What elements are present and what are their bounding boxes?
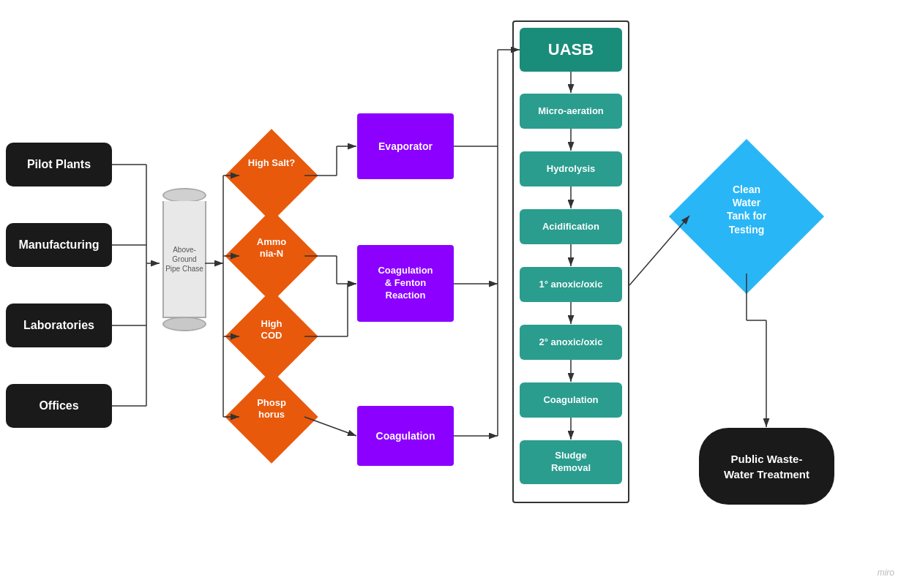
cylinder-body: Above-Ground Pipe Chase	[162, 201, 206, 318]
teal-uasb: UASB	[520, 28, 622, 72]
source-pilot-plants: Pilot Plants	[6, 143, 112, 186]
diamond-phosphorus: Phosphorus	[231, 377, 312, 457]
teal-hydrolysis: Hydrolysis	[520, 151, 622, 186]
purple-coagulation: Coagulation	[357, 406, 454, 466]
cylinder-label: Above-Ground Pipe Chase	[164, 245, 205, 274]
miro-watermark: miro	[878, 568, 894, 578]
purple-coagulation-fenton: Coagulation& FentonReaction	[357, 245, 454, 322]
diagram: Pilot Plants Manufacturing Laboratories …	[0, 0, 909, 588]
cylinder-top	[162, 188, 206, 203]
purple-evaporator: Evaporator	[357, 113, 454, 179]
blue-diamond-container: CleanWaterTank forTesting	[689, 159, 804, 274]
teal-anoxic-oxic-1: 1° anoxic/oxic	[520, 267, 622, 302]
cylinder-bottom	[162, 317, 206, 331]
teal-acidification: Acidification	[520, 209, 622, 244]
cylinder: Above-Ground Pipe Chase	[160, 186, 209, 333]
teal-anoxic-oxic-2: 2° anoxic/oxic	[520, 325, 622, 360]
teal-sludge-removal: SludgeRemoval	[520, 440, 622, 484]
diamond-high-cod: HighCOD	[231, 296, 312, 377]
diamond-high-salt: High Salt?	[231, 135, 312, 216]
diamond-ammonia-n: Ammonia-N	[231, 216, 312, 296]
teal-coagulation: Coagulation	[520, 382, 622, 418]
source-offices: Offices	[6, 384, 112, 428]
source-manufacturing: Manufacturing	[6, 223, 112, 267]
public-waste-water: Public Waste-Water Treatment	[699, 428, 834, 505]
teal-micro-aeration: Micro-aeration	[520, 94, 622, 129]
source-laboratories: Laboratories	[6, 304, 112, 347]
process-column-border	[512, 20, 629, 503]
